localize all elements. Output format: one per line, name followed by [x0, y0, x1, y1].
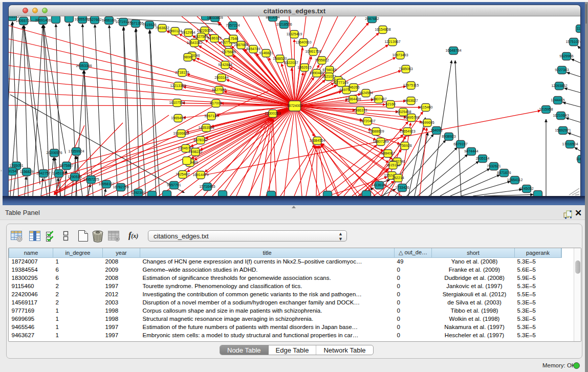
svg-text:1292346: 1292346: [131, 191, 145, 194]
svg-text:3267130: 3267130: [204, 114, 218, 118]
svg-text:12093852: 12093852: [551, 84, 567, 87]
svg-text:8186323: 8186323: [207, 36, 221, 40]
svg-text:9146821: 9146821: [259, 51, 273, 55]
svg-text:20364436: 20364436: [345, 97, 361, 101]
svg-text:20691406: 20691406: [35, 18, 51, 22]
svg-text:10025458: 10025458: [395, 110, 411, 114]
svg-text:1498222: 1498222: [188, 150, 202, 154]
svg-text:3215958: 3215958: [539, 107, 553, 111]
svg-text:11325419: 11325419: [287, 32, 302, 36]
svg-text:10688609: 10688609: [368, 129, 384, 133]
svg-text:9329966: 9329966: [559, 54, 573, 58]
svg-text:8471676: 8471676: [497, 171, 511, 174]
svg-text:1405572: 1405572: [9, 16, 19, 18]
svg-text:164093: 164093: [430, 128, 442, 132]
svg-text:252214: 252214: [392, 176, 404, 180]
svg-text:16671355: 16671355: [127, 21, 143, 25]
svg-text:10654112: 10654112: [507, 178, 523, 182]
svg-text:19218506: 19218506: [276, 23, 292, 26]
svg-text:16495798: 16495798: [403, 116, 419, 119]
svg-text:7663822: 7663822: [155, 26, 169, 30]
svg-text:1244415: 1244415: [551, 98, 564, 102]
svg-text:1290515: 1290515: [68, 175, 81, 179]
svg-text:391547: 391547: [9, 169, 18, 173]
svg-text:17359924: 17359924: [68, 149, 84, 153]
svg-text:8960124: 8960124: [168, 29, 182, 33]
svg-text:8990448: 8990448: [310, 71, 323, 75]
svg-text:9115460: 9115460: [419, 105, 433, 109]
svg-text:10961758: 10961758: [305, 50, 321, 53]
svg-text:817004: 817004: [210, 101, 222, 105]
svg-text:7625402: 7625402: [176, 172, 189, 176]
svg-text:2087682: 2087682: [365, 17, 379, 20]
svg-text:9327503: 9327503: [194, 35, 208, 38]
svg-text:2942757: 2942757: [36, 171, 50, 175]
svg-text:12975115: 12975115: [403, 83, 419, 87]
svg-text:13640910: 13640910: [295, 40, 311, 44]
svg-text:20206576: 20206576: [46, 151, 62, 155]
svg-text:9242848: 9242848: [218, 63, 232, 67]
svg-text:16154808: 16154808: [375, 28, 390, 31]
svg-text:16107552: 16107552: [169, 101, 185, 104]
svg-text:9756928: 9756928: [398, 144, 411, 147]
svg-text:9227343: 9227343: [555, 68, 569, 72]
svg-text:7485063: 7485063: [399, 67, 412, 71]
svg-text:19654923: 19654923: [399, 129, 415, 133]
svg-text:16782759: 16782759: [113, 185, 128, 189]
svg-text:7515526: 7515526: [142, 23, 156, 27]
svg-text:6466160: 6466160: [102, 18, 116, 22]
svg-text:8813054: 8813054: [266, 16, 279, 19]
svg-text:18724007: 18724007: [287, 104, 302, 107]
svg-text:6794028: 6794028: [322, 68, 336, 72]
svg-text:6879197: 6879197: [453, 142, 467, 146]
svg-text:15720407: 15720407: [359, 119, 375, 123]
svg-text:9375685: 9375685: [222, 50, 235, 54]
svg-text:2867608: 2867608: [234, 43, 248, 47]
svg-text:746266: 746266: [347, 85, 359, 89]
svg-text:8938923: 8938923: [442, 135, 455, 138]
svg-text:8678332: 8678332: [193, 138, 207, 142]
svg-text:7357224: 7357224: [226, 24, 239, 27]
svg-text:14055724: 14055724: [15, 19, 31, 23]
svg-text:8427552: 8427552: [212, 88, 226, 92]
svg-text:9975867: 9975867: [59, 164, 73, 167]
svg-text:16033809: 16033809: [207, 16, 223, 19]
svg-text:10973493: 10973493: [392, 53, 408, 57]
svg-text:1112: 1112: [577, 27, 580, 30]
svg-text:1765051: 1765051: [9, 164, 23, 167]
svg-text:9896: 9896: [184, 55, 192, 59]
svg-text:9857791: 9857791: [167, 183, 181, 187]
svg-text:3624554: 3624554: [359, 91, 373, 95]
svg-text:12213389: 12213389: [170, 84, 186, 87]
svg-text:13226058: 13226058: [197, 29, 212, 32]
svg-text:14353594: 14353594: [198, 126, 214, 129]
svg-text:16210643: 16210643: [553, 114, 569, 117]
svg-text:17016504: 17016504: [562, 142, 578, 146]
svg-text:8912954: 8912954: [181, 31, 195, 34]
svg-text:1362615: 1362615: [297, 65, 311, 69]
svg-text:14136141: 14136141: [371, 183, 387, 187]
svg-text:20053346: 20053346: [76, 64, 92, 68]
svg-text:1156829: 1156829: [20, 170, 34, 173]
svg-text:9463627: 9463627: [404, 99, 418, 102]
svg-text:9474444: 9474444: [464, 149, 478, 153]
svg-text:9777169: 9777169: [334, 81, 348, 84]
svg-text:7986372: 7986372: [353, 108, 367, 112]
svg-text:10958107: 10958107: [98, 182, 114, 186]
svg-text:16543382: 16543382: [186, 41, 202, 45]
svg-text:62160: 62160: [385, 102, 396, 106]
svg-text:12213967: 12213967: [384, 40, 400, 43]
svg-text:8322037: 8322037: [284, 61, 298, 64]
svg-text:1527602: 1527602: [88, 18, 101, 21]
svg-text:16648784: 16648784: [445, 49, 461, 52]
svg-text:23300263: 23300263: [265, 112, 280, 115]
svg-text:1965493: 1965493: [171, 116, 185, 120]
svg-text:1145194: 1145194: [52, 171, 66, 175]
svg-text:9245052: 9245052: [519, 187, 533, 190]
svg-text:19166822: 19166822: [173, 132, 189, 135]
svg-text:2803144: 2803144: [214, 76, 228, 79]
svg-text:2718176: 2718176: [175, 71, 189, 74]
svg-text:1588520: 1588520: [273, 57, 287, 60]
svg-text:17957225: 17957225: [83, 178, 99, 181]
svg-text:10807487: 10807487: [371, 97, 386, 101]
